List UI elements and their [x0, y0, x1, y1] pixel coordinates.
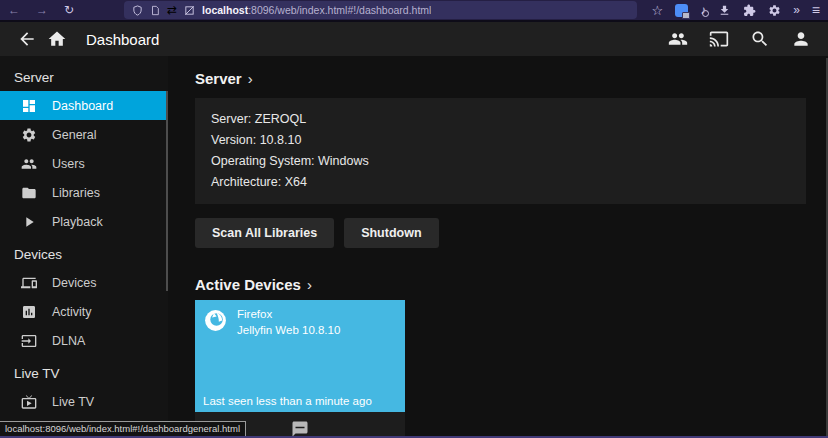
chevron-right-icon: › [248, 70, 253, 87]
sidebar-section-devices: Devices [0, 242, 168, 268]
sidebar-item-users[interactable]: Users [0, 149, 168, 178]
sidebar-item-dashboard[interactable]: Dashboard [0, 91, 168, 120]
server-section-heading[interactable]: Server › [195, 70, 806, 87]
page-title: Dashboard [86, 31, 159, 48]
sidebar: Server Dashboard General Users Libraries… [0, 56, 168, 436]
sidebar-item-dlna[interactable]: DLNA [0, 326, 168, 355]
device-app-name: Firefox [237, 307, 340, 323]
sidebar-section-live-tv: Live TV [0, 361, 168, 387]
swap-arrows-icon[interactable]: ⇄ [167, 4, 177, 16]
device-client-version: Jellyfin Web 10.8.10 [237, 323, 340, 339]
sidebar-item-devices[interactable]: Devices [0, 268, 168, 297]
shield-icon[interactable] [132, 5, 143, 16]
server-name-row: ServerZEROQL [211, 109, 790, 130]
user-profile-icon[interactable] [791, 29, 811, 49]
page-icon[interactable] [150, 5, 160, 16]
dlna-icon [21, 333, 37, 349]
devices-icon [21, 275, 37, 291]
firefox-logo-icon [203, 308, 228, 333]
search-icon[interactable] [750, 29, 770, 49]
dashboard-icon [21, 98, 37, 114]
active-devices-heading[interactable]: Active Devices › [195, 276, 806, 293]
active-device-card[interactable]: Firefox Jellyfin Web 10.8.10 Last seen l… [195, 300, 405, 438]
browser-back-icon[interactable]: ← [8, 4, 20, 16]
downloads-icon[interactable] [718, 4, 731, 17]
url-bar[interactable]: ⇄ localhost:8096/web/index.html#!/dashbo… [124, 1, 637, 19]
sidebar-item-live-tv[interactable]: Live TV [0, 387, 168, 416]
url-text: localhost:8096/web/index.html#!/dashboar… [202, 4, 431, 16]
settings-icon [21, 127, 37, 143]
sidebar-item-playback[interactable]: Playback [0, 207, 168, 236]
sidebar-item-activity[interactable]: Activity [0, 297, 168, 326]
server-version-row: Version10.8.10 [211, 130, 790, 151]
server-info-panel: ServerZEROQL Version10.8.10 Operating Sy… [195, 98, 806, 204]
bookmark-star-icon[interactable]: ☆ [651, 4, 663, 17]
chevron-right-icon: › [307, 276, 312, 293]
home-icon[interactable] [47, 29, 67, 49]
sidebar-item-general[interactable]: General [0, 120, 168, 149]
cast-icon[interactable] [709, 29, 729, 49]
sidebar-item-libraries[interactable]: Libraries [0, 178, 168, 207]
blocked-image-icon[interactable] [184, 5, 195, 16]
live-tv-icon [21, 394, 37, 410]
users-group-icon[interactable] [668, 29, 688, 49]
server-os-row: Operating SystemWindows [211, 151, 790, 172]
browser-reload-icon[interactable]: ↻ [64, 4, 74, 16]
browser-toolbar: ← → ↻ ⇄ localhost:8096/web/index.html#!/… [0, 0, 828, 22]
sidebar-section-server: Server [0, 65, 168, 91]
scan-all-libraries-button[interactable]: Scan All Libraries [195, 218, 334, 248]
server-arch-row: ArchitectureX64 [211, 172, 790, 193]
users-icon [21, 156, 37, 172]
music-extension-icon[interactable]: ♪ [700, 4, 706, 16]
extension-lock-icon[interactable] [675, 4, 688, 17]
menu-hamburger-icon[interactable]: ≡ [812, 3, 820, 17]
browser-forward-icon[interactable]: → [36, 4, 48, 16]
browser-settings-gear-icon[interactable] [768, 4, 781, 17]
shutdown-button[interactable]: Shutdown [344, 218, 438, 248]
device-last-seen: Last seen less than a minute ago [203, 395, 372, 407]
back-arrow-icon[interactable] [17, 29, 37, 49]
toolbar-overflow-icon[interactable]: » [793, 4, 800, 16]
device-card-body: Firefox Jellyfin Web 10.8.10 Last seen l… [195, 300, 405, 412]
activity-icon [21, 304, 37, 320]
folder-icon [21, 185, 37, 201]
link-status-bar: localhost:8096/web/index.html#!/dashboar… [0, 421, 246, 436]
extensions-puzzle-icon[interactable] [743, 4, 756, 17]
play-icon [21, 214, 37, 230]
main-content: Server › ServerZEROQL Version10.8.10 Ope… [168, 56, 828, 436]
app-header: Dashboard [0, 22, 828, 56]
